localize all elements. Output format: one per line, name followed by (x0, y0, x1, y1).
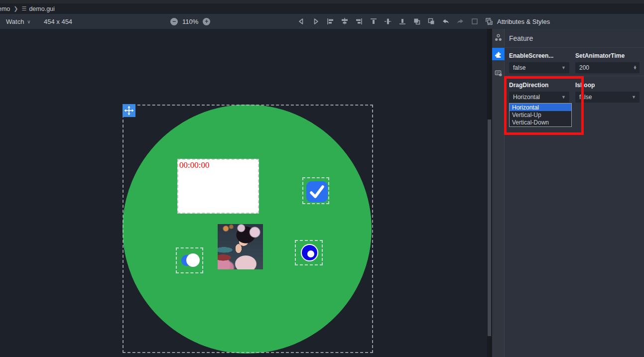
dragdirection-options-list: Horizontal Vertical-Up Vertical-Down (509, 103, 572, 127)
checkbox-widget[interactable] (306, 181, 328, 202)
chevron-down-icon: ▼ (561, 95, 566, 100)
radio-button[interactable] (301, 244, 318, 261)
zoom-in-button[interactable]: + (203, 18, 210, 25)
chevron-down-icon: ▼ (632, 95, 636, 100)
window-top-strip (0, 0, 644, 3)
panel-tab-strip: i (492, 29, 505, 357)
option-vertical-up[interactable]: Vertical-Up (510, 111, 571, 119)
toggle-knob[interactable] (186, 253, 200, 267)
number-stepper[interactable]: ▲▼ (633, 66, 637, 70)
chevron-right-icon: ❯ (13, 5, 18, 12)
radio-widget-bounds (295, 240, 323, 265)
girl-image-widget[interactable] (218, 224, 263, 269)
field-label-isloop: IsLoop (575, 82, 595, 89)
svg-text:i: i (500, 74, 501, 76)
gui-file-icon: ☰ (22, 5, 27, 12)
zoom-level: 110% (182, 18, 198, 25)
canvas-size-label: 454 x 454 (44, 14, 72, 29)
toggle-widget-bounds (176, 247, 203, 273)
panel-title: Attributes & Styles (497, 14, 550, 29)
move-handle[interactable] (123, 104, 135, 117)
watch-label: Watch (6, 18, 24, 25)
tab-form-info[interactable]: i (492, 67, 505, 79)
redo-icon[interactable] (456, 17, 465, 26)
next-icon[interactable] (311, 17, 320, 26)
gui-editor-window: emo ❯ ☰ demo.gui Watch ∨ 454 x 454 − 110… (0, 0, 644, 357)
align-right-icon[interactable] (355, 17, 364, 26)
isloop-value: false (579, 94, 592, 101)
checkmark-icon (306, 181, 328, 202)
align-left-icon[interactable] (326, 17, 335, 26)
dragdirection-select[interactable]: Horizontal ▼ (509, 92, 569, 103)
align-bottom-icon[interactable] (398, 17, 407, 26)
send-to-back-icon[interactable] (427, 17, 436, 26)
move-arrows-icon (124, 106, 134, 116)
bring-to-front-icon[interactable] (412, 17, 421, 26)
watch-dropdown[interactable]: Watch ∨ (6, 14, 31, 29)
design-canvas[interactable]: 00:00:00 (0, 29, 487, 357)
field-label-enablescreen: EnableScreen... (509, 52, 553, 59)
isloop-select[interactable]: false ▼ (575, 92, 640, 103)
attributes-panel: i Feature EnableScreen... SetAnimatorTim… (492, 29, 644, 357)
chevron-down-icon: ∨ (27, 19, 30, 24)
scrollbar-thumb[interactable] (488, 119, 491, 336)
radio-ring (302, 245, 317, 260)
toolbar: Watch ∨ 454 x 454 − 110% + (0, 14, 644, 29)
tab-feature-active[interactable] (492, 48, 505, 60)
enablescreen-select[interactable]: false ▼ (509, 62, 569, 73)
field-label-dragdirection: DragDirection (509, 82, 548, 89)
chevron-down-icon: ▼ (561, 65, 566, 70)
breadcrumb: emo ❯ ☰ demo.gui (0, 3, 644, 14)
radio-dot (307, 250, 314, 257)
prev-icon[interactable] (297, 17, 306, 26)
breadcrumb-project[interactable]: emo (0, 5, 10, 12)
option-horizontal[interactable]: Horizontal (510, 104, 571, 111)
clock-label-widget[interactable]: 00:00:00 (177, 159, 259, 214)
align-top-icon[interactable] (369, 17, 378, 26)
divider (505, 76, 644, 76)
section-title: Feature (509, 34, 533, 42)
dragdirection-value: Horizontal (513, 94, 540, 101)
toolbar-icon-group (297, 14, 494, 29)
divider (505, 47, 644, 48)
puzzle-icon (495, 50, 503, 58)
zoom-out-button[interactable]: − (170, 18, 178, 25)
tab-hierarchy[interactable] (492, 31, 505, 44)
selection-frame-icon[interactable] (470, 17, 479, 26)
breadcrumb-file[interactable]: demo.gui (29, 5, 54, 12)
form-info-icon: i (494, 69, 503, 77)
enablescreen-value: false (513, 64, 525, 71)
auto-resize-icon[interactable] (485, 17, 494, 26)
clock-text: 00:00:00 (178, 160, 258, 171)
zoom-controls: − 110% + (170, 14, 210, 29)
undo-icon[interactable] (441, 17, 450, 26)
hierarchy-icon (494, 33, 503, 42)
option-vertical-down[interactable]: Vertical-Down (510, 119, 571, 126)
stepper-down-icon: ▼ (633, 68, 637, 70)
vertical-scrollbar[interactable] (487, 29, 492, 357)
setanimatortime-input[interactable]: 200 ▲▼ (575, 62, 640, 73)
setanimatortime-value: 200 (579, 64, 589, 71)
checkbox-widget-bounds (302, 177, 329, 204)
field-label-setanimatortime: SetAnimatorTime (575, 52, 625, 59)
align-center-vertical-icon[interactable] (384, 17, 392, 26)
align-center-horizontal-icon[interactable] (340, 17, 349, 26)
